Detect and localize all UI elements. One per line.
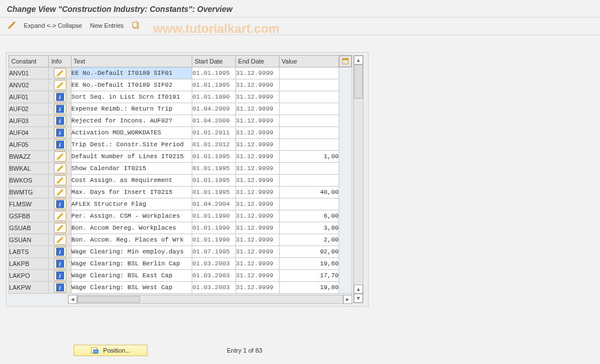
constant-cell[interactable]: AUF01: [9, 91, 49, 103]
start-date-cell[interactable]: 01.03.2003: [192, 258, 236, 270]
value-cell[interactable]: [279, 175, 339, 187]
constant-cell[interactable]: BWKOS: [9, 175, 49, 187]
info-icon[interactable]: i: [54, 92, 66, 102]
start-date-cell[interactable]: 01.01.1990: [192, 222, 236, 234]
end-date-cell[interactable]: 31.12.9999: [235, 139, 279, 151]
table-row[interactable]: LAKPWiWage Clearing: BSL West Cap01.03.2…: [9, 282, 352, 294]
end-date-cell[interactable]: 31.12.9999: [235, 210, 279, 222]
table-row[interactable]: AUF03iRejected for Incons. AUF02?01.04.2…: [9, 115, 352, 127]
info-cell[interactable]: i: [49, 91, 71, 103]
start-date-cell[interactable]: 01.01.1995: [192, 163, 236, 175]
constant-cell[interactable]: BWMTG: [9, 187, 49, 198]
expand-collapse-button[interactable]: Expand <-> Collapse: [24, 22, 82, 29]
end-date-cell[interactable]: 31.12.9999: [235, 282, 279, 294]
info-icon[interactable]: i: [54, 282, 66, 293]
value-cell[interactable]: 1,00: [279, 151, 339, 163]
info-cell[interactable]: [49, 175, 71, 187]
start-date-cell[interactable]: 01.01.1995: [192, 175, 236, 187]
scroll-left-button[interactable]: ◄: [68, 295, 77, 304]
text-cell[interactable]: Activation MOD_WORKDATES: [71, 127, 192, 139]
info-icon[interactable]: i: [54, 104, 66, 114]
constant-cell[interactable]: FLMSW: [9, 198, 49, 210]
text-cell[interactable]: Bon. Accom. Reg. Places of Wrk: [71, 234, 192, 246]
table-row[interactable]: ANV02EE No.-Default IT0189 SIF0201.01.19…: [9, 79, 352, 91]
constant-cell[interactable]: ANV01: [9, 67, 49, 79]
info-cell[interactable]: [49, 163, 71, 175]
table-row[interactable]: ANV01EE No.-Default IT0189 SIF0101.01.19…: [9, 67, 352, 79]
scroll-down-button[interactable]: ▼: [354, 294, 363, 303]
constant-cell[interactable]: AUF05: [9, 139, 49, 151]
start-date-cell[interactable]: 01.01.1995: [192, 79, 236, 91]
position-button[interactable]: Position...: [74, 345, 147, 356]
pencil-icon[interactable]: [54, 223, 66, 233]
constant-cell[interactable]: LAKPB: [9, 258, 49, 270]
pencil-icon[interactable]: [54, 235, 66, 245]
text-cell[interactable]: Cost Assign. as Requirement: [71, 175, 192, 187]
info-cell[interactable]: i: [49, 246, 71, 258]
end-date-cell[interactable]: 31.12.9999: [235, 67, 279, 79]
text-cell[interactable]: Wage Clearing: Min employ.days: [71, 246, 192, 258]
value-cell[interactable]: [279, 127, 339, 139]
start-date-cell[interactable]: 01.01.1990: [192, 210, 236, 222]
table-row[interactable]: LAKPOiWage Clearing: BSL East Cap01.03.2…: [9, 270, 352, 282]
constant-cell[interactable]: BWKAL: [9, 163, 49, 175]
text-cell[interactable]: Default Number of Lines IT0215: [71, 151, 192, 163]
value-cell[interactable]: 19,60: [279, 258, 339, 270]
constant-cell[interactable]: GSUAN: [9, 234, 49, 246]
pencil-icon[interactable]: [54, 163, 66, 173]
text-cell[interactable]: Wage Clearing: BSL East Cap: [71, 270, 192, 282]
info-icon[interactable]: i: [54, 199, 66, 209]
start-date-cell[interactable]: 01.01.1990: [192, 234, 236, 246]
value-cell[interactable]: [279, 79, 339, 91]
start-date-cell[interactable]: 01.04.2004: [192, 198, 236, 210]
end-date-cell[interactable]: 31.12.9999: [235, 234, 279, 246]
info-cell[interactable]: i: [49, 139, 71, 151]
end-date-cell[interactable]: 31.12.9999: [235, 151, 279, 163]
end-date-cell[interactable]: 31.12.9999: [235, 246, 279, 258]
info-cell[interactable]: [49, 67, 71, 79]
col-info[interactable]: Info: [49, 56, 71, 67]
info-icon[interactable]: i: [54, 116, 66, 126]
hscroll-track[interactable]: [77, 295, 343, 304]
pencil-icon[interactable]: [54, 80, 66, 90]
end-date-cell[interactable]: 31.12.9999: [235, 270, 279, 282]
text-cell[interactable]: Per. Assign. CSM - Workplaces: [71, 210, 192, 222]
end-date-cell[interactable]: 31.12.9999: [235, 127, 279, 139]
value-cell[interactable]: [279, 163, 339, 175]
text-cell[interactable]: Sort Seq. in List Scrn IT0191: [71, 91, 192, 103]
new-entries-button[interactable]: New Entries: [90, 22, 124, 29]
start-date-cell[interactable]: 01.04.2009: [192, 115, 236, 127]
value-cell[interactable]: 3,00: [279, 222, 339, 234]
table-row[interactable]: GSUABBon. Accom Dereg. Workplaces01.01.1…: [9, 222, 352, 234]
text-cell[interactable]: Max. Days for Insert IT0215: [71, 187, 192, 198]
constant-cell[interactable]: GSUAB: [9, 222, 49, 234]
end-date-cell[interactable]: 31.12.9999: [235, 163, 279, 175]
constant-cell[interactable]: LAKPW: [9, 282, 49, 294]
table-row[interactable]: AUF02iExpense Reimb.: Return Trip01.04.2…: [9, 103, 352, 115]
pencil-icon[interactable]: [54, 187, 66, 197]
vertical-scrollbar[interactable]: ▲ ▲ ▼: [353, 55, 364, 303]
start-date-cell[interactable]: 01.01.1995: [192, 187, 236, 198]
col-start[interactable]: Start Date: [192, 56, 236, 67]
info-cell[interactable]: [49, 79, 71, 91]
constant-cell[interactable]: AUF03: [9, 115, 49, 127]
info-icon[interactable]: i: [54, 270, 66, 281]
horizontal-scrollbar[interactable]: ◄ ►: [68, 295, 352, 304]
value-cell[interactable]: [279, 198, 339, 210]
info-cell[interactable]: i: [49, 270, 71, 282]
value-cell[interactable]: [279, 67, 339, 79]
info-icon[interactable]: i: [54, 247, 66, 257]
value-cell[interactable]: 6,00: [279, 210, 339, 222]
info-cell[interactable]: [49, 234, 71, 246]
end-date-cell[interactable]: 31.12.9999: [235, 91, 279, 103]
table-row[interactable]: BWKALShow Calendar IT021501.01.199531.12…: [9, 163, 352, 175]
hscroll-thumb[interactable]: [78, 296, 140, 303]
value-cell[interactable]: [279, 115, 339, 127]
start-date-cell[interactable]: 01.01.2012: [192, 139, 236, 151]
text-cell[interactable]: Rejected for Incons. AUF02?: [71, 115, 192, 127]
scroll-up2-button[interactable]: ▲: [354, 285, 363, 294]
table-row[interactable]: AUF01iSort Seq. in List Scrn IT019101.01…: [9, 91, 352, 103]
info-cell[interactable]: i: [49, 103, 71, 115]
info-cell[interactable]: i: [49, 198, 71, 210]
constant-cell[interactable]: BWAZZ: [9, 151, 49, 163]
